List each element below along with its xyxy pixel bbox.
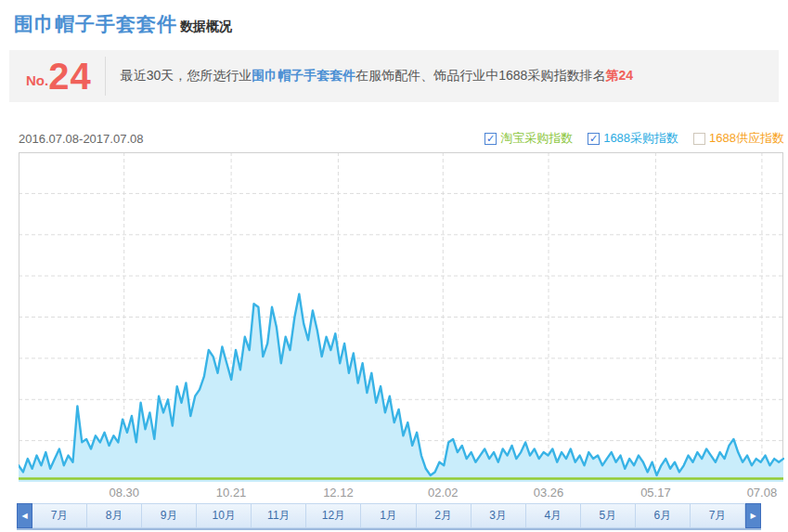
month-cell-6[interactable]: 6月 <box>636 503 691 528</box>
x-axis-tick: 10.21 <box>216 486 247 500</box>
legend-item-taobao-purchase-index[interactable]: ✓ 淘宝采购指数 <box>484 130 573 147</box>
trend-chart: 08.3010.2112.1202.0203.2605.1707.08 <box>19 152 784 500</box>
rank-badge: No. 24 <box>26 58 92 95</box>
month-cell-11[interactable]: 11月 <box>252 503 306 528</box>
checkbox-1688-supply-index[interactable] <box>693 133 705 145</box>
rank-prefix: No. <box>26 72 48 95</box>
month-cell-9[interactable]: 9月 <box>142 503 197 528</box>
rank-industry-name: 围巾帽子手套套件 <box>252 68 355 83</box>
month-cell-3[interactable]: 3月 <box>472 503 526 528</box>
rank-number: 24 <box>48 58 92 95</box>
month-cell-7[interactable]: 7月 <box>32 503 87 528</box>
month-cell-7b[interactable]: 7月 <box>691 503 745 528</box>
legend-item-1688-purchase-index[interactable]: ✓ 1688采购指数 <box>588 130 678 147</box>
legend-label: 淘宝采购指数 <box>500 130 573 147</box>
chart-legend: ✓ 淘宝采购指数 ✓ 1688采购指数 1688供应指数 <box>484 130 784 147</box>
rank-value: 第24 <box>605 68 633 83</box>
page-header: 围巾帽子手套套件 数据概况 <box>0 0 788 37</box>
x-axis-tick: 02.02 <box>428 486 459 500</box>
next-month-button[interactable]: ▶ <box>745 503 761 528</box>
month-bar: ◀ 7月 8月 9月 10月 11月 12月 1月 2月 3月 4月 5月 6月… <box>17 503 761 528</box>
legend-item-1688-supply-index[interactable]: 1688供应指数 <box>693 130 784 147</box>
x-axis-tick: 07.08 <box>747 486 778 500</box>
month-cell-1[interactable]: 1月 <box>361 503 416 528</box>
rank-text-middle: 在服饰配件、饰品行业中1688采购指数排名 <box>355 68 605 83</box>
checkbox-taobao-purchase-index[interactable]: ✓ <box>484 133 497 145</box>
page-title: 围巾帽子手套套件 <box>14 11 177 37</box>
month-cell-10[interactable]: 10月 <box>197 503 252 528</box>
month-cell-4[interactable]: 4月 <box>526 503 581 528</box>
date-range-label: 2016.07.08-2017.07.08 <box>19 132 143 146</box>
month-cell-2[interactable]: 2月 <box>417 503 472 528</box>
chart-header: 2016.07.08-2017.07.08 ✓ 淘宝采购指数 ✓ 1688采购指… <box>19 130 784 147</box>
month-cell-8[interactable]: 8月 <box>87 503 142 528</box>
page-subtitle: 数据概况 <box>180 19 232 35</box>
rank-sentence: 最近30天，您所选行业围巾帽子手套套件在服饰配件、饰品行业中1688采购指数排名… <box>121 68 633 84</box>
month-cell-12[interactable]: 12月 <box>306 503 361 528</box>
rank-text-before: 最近30天，您所选行业 <box>121 68 252 83</box>
x-axis-tick: 03.26 <box>534 486 564 500</box>
legend-label: 1688供应指数 <box>709 130 784 147</box>
prev-month-button[interactable]: ◀ <box>17 503 32 528</box>
divider <box>105 57 106 96</box>
x-axis-tick: 12.12 <box>323 486 354 500</box>
trend-chart-svg: 08.3010.2112.1202.0203.2605.1707.08 <box>19 152 784 500</box>
area-1688-purchase-index <box>19 294 783 482</box>
rank-summary-box: No. 24 最近30天，您所选行业围巾帽子手套套件在服饰配件、饰品行业中168… <box>9 50 779 102</box>
month-bar-container: ◀ 7月 8月 9月 10月 11月 12月 1月 2月 3月 4月 5月 6月… <box>17 503 761 530</box>
x-axis-tick: 05.17 <box>640 486 671 500</box>
checkbox-1688-purchase-index[interactable]: ✓ <box>588 133 600 145</box>
x-axis-tick: 08.30 <box>109 486 139 500</box>
month-cell-5[interactable]: 5月 <box>581 503 636 528</box>
legend-label: 1688采购指数 <box>603 130 678 147</box>
